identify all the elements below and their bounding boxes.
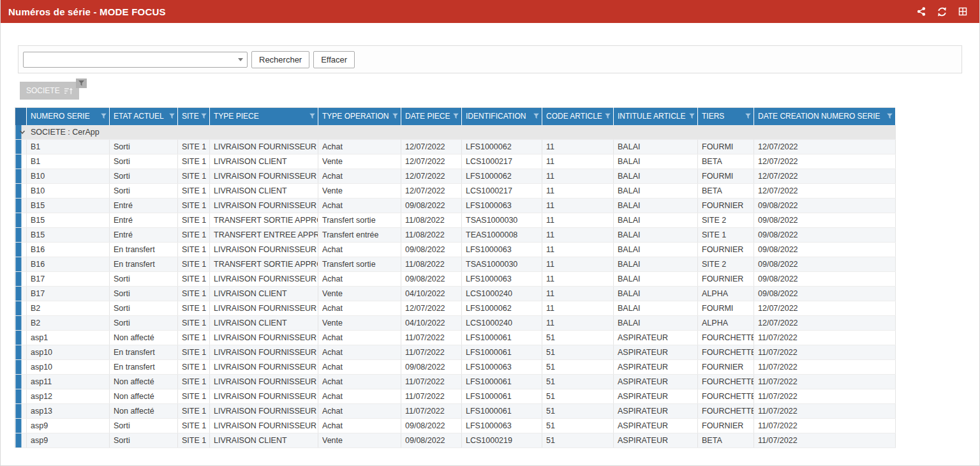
share-icon[interactable]	[916, 6, 926, 17]
row-indicator[interactable]	[15, 228, 27, 243]
column-header-date-piece[interactable]: DATE PIECE	[401, 108, 462, 125]
filter-icon[interactable]	[201, 114, 207, 119]
cell: 09/08/2022	[401, 360, 462, 375]
cell: Achat	[318, 375, 401, 389]
row-indicator[interactable]	[15, 257, 27, 272]
cell: SITE 2	[698, 213, 754, 228]
table-row[interactable]: asp9SortiSITE 1LIVRAISON CLIENTVente09/0…	[15, 433, 896, 448]
table-row[interactable]: B16En transfertSITE 1TRANSFERT SORTIE AP…	[15, 257, 896, 272]
cell: LFS1000061	[462, 375, 542, 389]
row-indicator[interactable]	[15, 184, 27, 199]
cell: Transfert entrée	[318, 228, 401, 243]
row-indicator[interactable]	[15, 389, 27, 404]
table-row[interactable]: B15EntréSITE 1TRANSFERT SORTIE APPROTran…	[15, 213, 896, 228]
cell: Sorti	[110, 419, 178, 433]
row-indicator[interactable]	[15, 316, 27, 331]
cell: Non affecté	[110, 389, 178, 404]
table-row[interactable]: asp11Non affectéSITE 1LIVRAISON FOURNISS…	[15, 375, 896, 389]
table-row[interactable]: asp1Non affectéSITE 1LIVRAISON FOURNISSE…	[15, 331, 896, 345]
table-row[interactable]: B10SortiSITE 1LIVRAISON CLIENTVente12/07…	[15, 184, 896, 199]
row-indicator[interactable]	[15, 199, 27, 213]
cell: SITE 1	[178, 287, 210, 301]
table-row[interactable]: B1SortiSITE 1LIVRAISON FOURNISSEURAchat1…	[15, 140, 896, 154]
filter-icon[interactable]	[887, 114, 893, 119]
row-indicator[interactable]	[15, 272, 27, 287]
table-row[interactable]: asp10En transfertSITE 1LIVRAISON FOURNIS…	[15, 360, 896, 375]
table-row[interactable]: B15EntréSITE 1TRANSFERT ENTREE APPROTran…	[15, 228, 896, 243]
search-button[interactable]: Rechercher	[251, 51, 309, 68]
group-chip-societe[interactable]: SOCIETE	[20, 82, 79, 100]
filter-icon[interactable]	[605, 114, 611, 119]
table-row[interactable]: B2SortiSITE 1LIVRAISON CLIENTVente04/10/…	[15, 316, 896, 331]
search-input[interactable]	[24, 52, 234, 67]
table-row[interactable]: B17SortiSITE 1LIVRAISON FOURNISSEURAchat…	[15, 272, 896, 287]
filter-icon[interactable]	[169, 114, 175, 119]
column-header-code-article[interactable]: CODE ARTICLE	[542, 108, 614, 125]
refresh-icon[interactable]	[937, 6, 947, 17]
cell: 12/07/2022	[754, 316, 896, 331]
column-header-date-creation-numero-serie[interactable]: DATE CREATION NUMERO SERIE	[754, 108, 896, 125]
cell: 11	[542, 272, 614, 287]
filter-icon[interactable]	[101, 114, 107, 119]
row-indicator[interactable]	[15, 375, 27, 389]
column-header-tiers[interactable]: TIERS	[698, 108, 754, 125]
column-header-type-operation[interactable]: TYPE OPERATION	[318, 108, 401, 125]
collapse-group-icon[interactable]	[19, 129, 26, 135]
cell: 51	[542, 331, 614, 345]
row-indicator[interactable]	[15, 404, 27, 419]
table-row[interactable]: asp13Non affectéSITE 1LIVRAISON FOURNISS…	[15, 404, 896, 419]
clear-button[interactable]: Effacer	[313, 51, 355, 68]
cell: 51	[542, 404, 614, 419]
column-header-type-piece[interactable]: TYPE PIECE	[210, 108, 318, 125]
column-header-intitule-article[interactable]: INTITULE ARTICLE	[614, 108, 698, 125]
filter-icon[interactable]	[689, 114, 695, 119]
row-indicator[interactable]	[15, 433, 27, 448]
chip-filter-icon[interactable]	[76, 79, 87, 88]
column-header-identification[interactable]: IDENTIFICATION	[462, 108, 542, 125]
cell: B10	[27, 184, 110, 199]
filter-icon[interactable]	[745, 114, 751, 119]
row-indicator[interactable]	[15, 169, 27, 184]
combo-dropdown-icon[interactable]	[234, 52, 247, 67]
table-row[interactable]: asp10En transfertSITE 1LIVRAISON FOURNIS…	[15, 345, 896, 360]
table-row[interactable]: asp12Non affectéSITE 1LIVRAISON FOURNISS…	[15, 389, 896, 404]
column-header-label: SITE	[182, 112, 199, 121]
cell: 12/07/2022	[401, 140, 462, 154]
column-header-etat-actuel[interactable]: ETAT ACTUEL	[110, 108, 178, 125]
cell: 11/07/2022	[754, 345, 896, 360]
table-row[interactable]: asp9SortiSITE 1LIVRAISON FOURNISSEURAcha…	[15, 419, 896, 433]
cell: ASPIRATEUR	[614, 331, 698, 345]
row-indicator[interactable]	[15, 331, 27, 345]
cell: Vente	[318, 154, 401, 169]
table-row[interactable]: B10SortiSITE 1LIVRAISON FOURNISSEURAchat…	[15, 169, 896, 184]
filter-icon[interactable]	[533, 114, 539, 119]
grid-icon[interactable]	[958, 6, 968, 17]
cell: 11/07/2022	[754, 375, 896, 389]
group-row[interactable]: SOCIETE : CerApp	[15, 125, 896, 140]
filter-icon[interactable]	[392, 114, 398, 119]
table-row[interactable]: B2SortiSITE 1LIVRAISON FOURNISSEURAchat1…	[15, 301, 896, 316]
column-header-numero-serie[interactable]: NUMERO SERIE	[27, 108, 110, 125]
table-row[interactable]: B17SortiSITE 1LIVRAISON CLIENTVente04/10…	[15, 287, 896, 301]
row-indicator[interactable]	[15, 345, 27, 360]
column-header-site[interactable]: SITE	[178, 108, 210, 125]
row-indicator[interactable]	[15, 154, 27, 169]
cell: 51	[542, 345, 614, 360]
cell: TSAS1000030	[462, 257, 542, 272]
filter-icon[interactable]	[309, 114, 315, 119]
table-row[interactable]: B1SortiSITE 1LIVRAISON CLIENTVente12/07/…	[15, 154, 896, 169]
table-row[interactable]: B15EntréSITE 1LIVRAISON FOURNISSEURAchat…	[15, 199, 896, 213]
row-indicator[interactable]	[15, 213, 27, 228]
row-indicator[interactable]	[15, 301, 27, 316]
column-header-label: DATE CREATION NUMERO SERIE	[758, 112, 880, 121]
row-indicator[interactable]	[15, 243, 27, 257]
row-indicator[interactable]	[15, 419, 27, 433]
row-indicator[interactable]	[15, 360, 27, 375]
row-indicator[interactable]	[15, 140, 27, 154]
row-indicator-header	[15, 108, 27, 125]
row-indicator[interactable]	[15, 287, 27, 301]
table-row[interactable]: B16En transfertSITE 1LIVRAISON FOURNISSE…	[15, 243, 896, 257]
filter-icon[interactable]	[453, 114, 459, 119]
search-combobox[interactable]	[23, 52, 248, 68]
cell: BETA	[698, 433, 754, 448]
